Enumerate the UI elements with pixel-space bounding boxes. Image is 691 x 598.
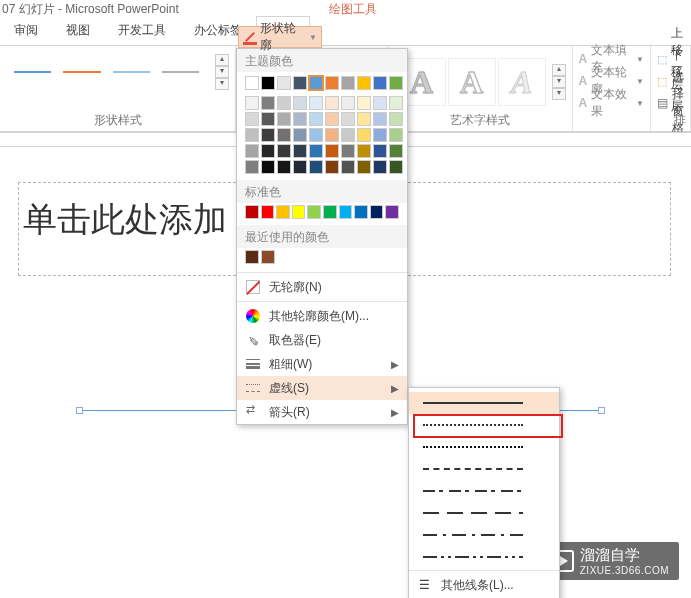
wordart-up-button[interactable]: ▴ xyxy=(552,64,566,76)
resize-handle-right[interactable] xyxy=(598,407,605,414)
color-swatch[interactable] xyxy=(277,76,291,90)
color-swatch[interactable] xyxy=(357,76,371,90)
selection-pane-button[interactable]: 选择窗格 xyxy=(657,92,684,114)
wordart-more-button[interactable]: ▾ xyxy=(552,88,566,100)
color-swatch[interactable] xyxy=(293,76,307,90)
text-effects-button[interactable]: 文本效果▼ xyxy=(579,92,644,114)
color-swatch[interactable] xyxy=(245,112,259,126)
color-swatch[interactable] xyxy=(385,205,399,219)
color-swatch[interactable] xyxy=(261,144,275,158)
color-swatch[interactable] xyxy=(245,250,259,264)
color-swatch[interactable] xyxy=(389,160,403,174)
color-swatch[interactable] xyxy=(245,76,259,90)
color-swatch[interactable] xyxy=(261,128,275,142)
color-swatch[interactable] xyxy=(357,144,371,158)
style-preset-4[interactable] xyxy=(162,71,199,73)
wordart-preset-2[interactable]: A xyxy=(448,58,496,106)
color-swatch[interactable] xyxy=(309,144,323,158)
color-swatch[interactable] xyxy=(261,96,275,110)
color-swatch[interactable] xyxy=(341,160,355,174)
color-swatch[interactable] xyxy=(357,112,371,126)
dash-solid[interactable] xyxy=(409,392,559,414)
style-preset-3[interactable] xyxy=(113,71,150,73)
color-swatch[interactable] xyxy=(323,205,337,219)
tab-view[interactable]: 视图 xyxy=(52,17,104,45)
color-swatch[interactable] xyxy=(389,112,403,126)
color-swatch[interactable] xyxy=(341,112,355,126)
gallery-down-button[interactable]: ▾ xyxy=(215,66,229,78)
color-swatch[interactable] xyxy=(293,128,307,142)
color-swatch[interactable] xyxy=(357,128,371,142)
color-swatch[interactable] xyxy=(325,76,339,90)
color-swatch[interactable] xyxy=(261,112,275,126)
color-swatch[interactable] xyxy=(309,76,323,90)
color-swatch[interactable] xyxy=(292,205,306,219)
color-swatch[interactable] xyxy=(373,96,387,110)
color-swatch[interactable] xyxy=(370,205,384,219)
dash-long-dash[interactable] xyxy=(409,502,559,524)
color-swatch[interactable] xyxy=(245,144,259,158)
eyedropper-item[interactable]: 取色器(E) xyxy=(237,328,407,352)
gallery-up-button[interactable]: ▴ xyxy=(215,54,229,66)
color-swatch[interactable] xyxy=(309,112,323,126)
color-swatch[interactable] xyxy=(373,76,387,90)
color-swatch[interactable] xyxy=(245,205,259,219)
color-swatch[interactable] xyxy=(341,144,355,158)
color-swatch[interactable] xyxy=(309,160,323,174)
color-swatch[interactable] xyxy=(341,96,355,110)
color-swatch[interactable] xyxy=(389,144,403,158)
wordart-gallery[interactable]: A A A ▴ ▾ ▾ xyxy=(394,50,566,114)
dash-dash[interactable] xyxy=(409,458,559,480)
color-swatch[interactable] xyxy=(293,160,307,174)
dashes-item[interactable]: 虚线(S) ▶ xyxy=(237,376,407,400)
color-swatch[interactable] xyxy=(357,160,371,174)
color-swatch[interactable] xyxy=(245,128,259,142)
color-swatch[interactable] xyxy=(276,205,290,219)
dash-round-dot[interactable] xyxy=(409,414,559,436)
color-swatch[interactable] xyxy=(277,160,291,174)
color-swatch[interactable] xyxy=(261,160,275,174)
wordart-down-button[interactable]: ▾ xyxy=(552,76,566,88)
color-swatch[interactable] xyxy=(261,205,275,219)
color-swatch[interactable] xyxy=(277,128,291,142)
dash-long-dash-dot[interactable] xyxy=(409,524,559,546)
gallery-more-button[interactable]: ▾ xyxy=(215,78,229,90)
shape-style-gallery[interactable]: ▴ ▾ ▾ xyxy=(6,50,229,94)
color-swatch[interactable] xyxy=(307,205,321,219)
color-swatch[interactable] xyxy=(245,160,259,174)
color-swatch[interactable] xyxy=(293,96,307,110)
color-swatch[interactable] xyxy=(389,76,403,90)
color-swatch[interactable] xyxy=(325,96,339,110)
dash-long-dash-dot-dot[interactable] xyxy=(409,546,559,568)
color-swatch[interactable] xyxy=(293,112,307,126)
more-colors-item[interactable]: 其他轮廓颜色(M)... xyxy=(237,304,407,328)
color-swatch[interactable] xyxy=(293,144,307,158)
color-swatch[interactable] xyxy=(325,112,339,126)
tab-review[interactable]: 审阅 xyxy=(0,17,52,45)
color-swatch[interactable] xyxy=(309,96,323,110)
more-lines-item[interactable]: ☰ 其他线条(L)... xyxy=(409,573,559,597)
color-swatch[interactable] xyxy=(389,128,403,142)
color-swatch[interactable] xyxy=(277,112,291,126)
color-swatch[interactable] xyxy=(325,144,339,158)
color-swatch[interactable] xyxy=(341,128,355,142)
no-outline-item[interactable]: 无轮廓(N) xyxy=(237,275,407,299)
color-swatch[interactable] xyxy=(354,205,368,219)
color-swatch[interactable] xyxy=(261,250,275,264)
style-preset-1[interactable] xyxy=(14,71,51,73)
resize-handle-left[interactable] xyxy=(76,407,83,414)
color-swatch[interactable] xyxy=(373,160,387,174)
color-swatch[interactable] xyxy=(261,76,275,90)
color-swatch[interactable] xyxy=(339,205,353,219)
weight-item[interactable]: 粗细(W) ▶ xyxy=(237,352,407,376)
color-swatch[interactable] xyxy=(325,128,339,142)
color-swatch[interactable] xyxy=(245,96,259,110)
color-swatch[interactable] xyxy=(277,96,291,110)
dash-dash-dot[interactable] xyxy=(409,480,559,502)
color-swatch[interactable] xyxy=(373,112,387,126)
color-swatch[interactable] xyxy=(389,96,403,110)
color-swatch[interactable] xyxy=(373,144,387,158)
color-swatch[interactable] xyxy=(277,144,291,158)
color-swatch[interactable] xyxy=(325,160,339,174)
color-swatch[interactable] xyxy=(341,76,355,90)
